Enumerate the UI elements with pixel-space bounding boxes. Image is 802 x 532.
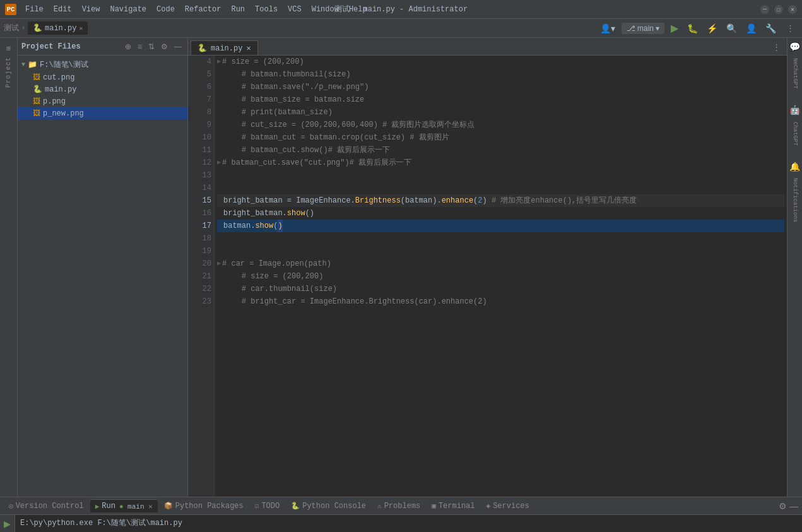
menu-view[interactable]: View: [78, 4, 104, 15]
editor-tab-main[interactable]: 🐍 main.py ✕: [191, 40, 258, 55]
left-strip-icon[interactable]: ⊞: [1, 40, 16, 56]
code-text-23: # bright_car = ImageEnhance.Brightness(c…: [223, 295, 487, 308]
project-locate-button[interactable]: ⊕: [123, 42, 133, 52]
run-subtab-close[interactable]: ✕: [148, 503, 153, 511]
menu-run[interactable]: Run: [227, 4, 249, 15]
tree-item-p-new-png[interactable]: 🖼 p_new.png: [18, 107, 187, 119]
ln-12: 12: [191, 157, 211, 169]
tab-todo[interactable]: ☑ TODO: [250, 500, 285, 512]
code-text-22: # car.thumbnail(size): [223, 283, 337, 295]
file-tab[interactable]: 🐍 main.py ✕: [28, 21, 88, 35]
ln-16: 16: [191, 207, 211, 220]
project-close-button[interactable]: —: [172, 42, 184, 52]
nechatgpt-icon[interactable]: 💬: [789, 40, 801, 53]
menu-tools[interactable]: Tools: [251, 4, 281, 15]
editor-more-button[interactable]: ⋮: [769, 40, 784, 55]
chatgpt-icon-symbol: 🤖: [789, 105, 800, 115]
close-button[interactable]: ✕: [788, 5, 797, 14]
code-text-15a: bright_batman =: [223, 194, 296, 207]
tab-services[interactable]: ◈ Services: [481, 500, 534, 512]
ln-22: 22: [191, 283, 211, 295]
tab-problems-label: Problems: [384, 502, 421, 511]
run-subtab-main: ● main ✕: [119, 502, 153, 511]
project-settings-button[interactable]: ⚙: [159, 42, 170, 52]
project-panel-title: Project Files: [21, 42, 121, 51]
menu-file[interactable]: File: [21, 4, 47, 15]
py-file-icon: 🐍: [33, 85, 42, 94]
tab-python-console-label: Python Console: [302, 502, 366, 511]
bottom-controls: ⚙ —: [779, 501, 798, 511]
code-text-8: # print(batman_size): [223, 106, 333, 119]
menu-refactor[interactable]: Refactor: [181, 4, 225, 15]
code-line-4: ▶ # size = (200,200): [217, 56, 784, 68]
menu-vcs[interactable]: VCS: [284, 4, 305, 15]
menu-code[interactable]: Code: [153, 4, 179, 15]
profile-icon-button[interactable]: 👤: [743, 22, 759, 35]
minimize-button[interactable]: —: [760, 5, 769, 14]
more-tabs-button[interactable]: ⋮: [782, 21, 798, 36]
code-line-13: [217, 169, 784, 182]
tab-terminal[interactable]: ▣ Terminal: [427, 500, 480, 512]
tree-item-cut-png[interactable]: 🖼 cut.png: [18, 71, 187, 83]
ln-23: 23: [191, 295, 211, 308]
menu-navigate[interactable]: Navigate: [106, 4, 150, 15]
maximize-button[interactable]: ☐: [774, 5, 783, 14]
tab-python-packages[interactable]: 📦 Python Packages: [159, 500, 249, 512]
nechatgpt-label: NeChatGPT: [792, 58, 798, 89]
notifications-icon[interactable]: 🔔: [789, 160, 801, 173]
tree-main-label: main.py: [45, 85, 76, 94]
project-panel: Project Files ⊕ ≡ ⇅ ⚙ — ▼ 📁 F:\随笔\测试 🖼 c…: [18, 38, 188, 497]
code-text-4: # size = (200,200): [222, 56, 304, 68]
tab-python-console[interactable]: 🐍 Python Console: [286, 500, 371, 512]
editor-tabs: 🐍 main.py ✕ ⋮: [188, 38, 787, 56]
ln-11: 11: [191, 144, 211, 157]
toolbar-breadcrumb: 测试: [4, 23, 19, 33]
menu-edit[interactable]: Edit: [50, 4, 76, 15]
file-tree: ▼ 📁 F:\随笔\测试 🖼 cut.png 🐍 main.py 🖼 p.png…: [18, 56, 187, 497]
toolbar-separator-icon: ›: [21, 25, 25, 32]
search-button[interactable]: 🔍: [724, 22, 740, 35]
project-sort-button[interactable]: ≡: [136, 42, 144, 52]
debug-button[interactable]: 🐛: [685, 22, 700, 35]
run-output-area: E:\py\python.exe F:\随笔\测试\main.py Proces…: [15, 515, 802, 532]
branch-button[interactable]: ⎇ main ▾: [622, 23, 664, 34]
window-title: 测试 - main.py - Administrator: [334, 4, 468, 15]
fold-marker-20[interactable]: ▶: [217, 257, 221, 270]
png-file-icon-3: 🖼: [33, 109, 40, 118]
editor-tab-close[interactable]: ✕: [246, 44, 251, 53]
code-line-5: # batman.thumbnail(size): [217, 68, 784, 81]
tree-pnew-label: p_new.png: [43, 109, 84, 118]
coverage-button[interactable]: ⚡: [704, 22, 720, 35]
code-text-17a: batman.: [223, 220, 255, 232]
code-text-15f: (: [473, 194, 478, 207]
todo-icon: ☑: [255, 502, 259, 510]
user-icon-button[interactable]: 👤▾: [598, 22, 618, 35]
code-area[interactable]: 4 5 6 7 8 9 10 11 12 13 14 15 16 17 18 1…: [188, 56, 787, 497]
chatgpt-icon[interactable]: 🤖: [789, 104, 801, 117]
project-expand-button[interactable]: ⇅: [146, 42, 156, 52]
plugins-button[interactable]: 🔧: [763, 22, 779, 35]
run-button[interactable]: ▶: [668, 21, 681, 35]
tab-close-icon[interactable]: ✕: [79, 25, 83, 32]
code-text-7: # batman_size = batman.size: [223, 93, 364, 106]
tab-problems[interactable]: ⚠ Problems: [372, 500, 425, 512]
bottom-minimize-button[interactable]: —: [789, 501, 798, 511]
ln-5: 5: [191, 68, 211, 81]
code-content[interactable]: ▶ # size = (200,200) # batman.thumbnail(…: [215, 56, 787, 497]
code-text-10: # batman_cut = batman.crop(cut_size) # 裁…: [223, 131, 449, 144]
ln-21: 21: [191, 270, 211, 283]
tree-item-p-png[interactable]: 🖼 p.png: [18, 95, 187, 107]
fold-marker-12[interactable]: ▶: [217, 157, 221, 169]
tree-item-main-py[interactable]: 🐍 main.py: [18, 83, 187, 95]
code-line-6: # batman.save("./p_new.png"): [217, 81, 784, 93]
fold-marker-4[interactable]: ▶: [217, 56, 221, 68]
left-strip: ⊞ Project: [0, 38, 18, 497]
run-play-button[interactable]: ▶: [1, 517, 14, 530]
code-line-21: # size = (200,200): [217, 270, 784, 283]
bottom-settings-button[interactable]: ⚙: [779, 501, 787, 511]
ln-14: 14: [191, 182, 211, 194]
tab-run[interactable]: ▶ Run ● main ✕: [90, 499, 158, 512]
tab-version-control[interactable]: ◎ Version Control: [4, 500, 89, 512]
tree-item-root[interactable]: ▼ 📁 F:\随笔\测试: [18, 58, 187, 71]
code-container: 4 5 6 7 8 9 10 11 12 13 14 15 16 17 18 1…: [188, 56, 787, 497]
